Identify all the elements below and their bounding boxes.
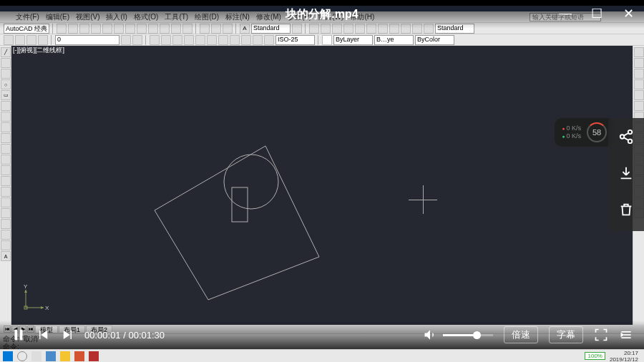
bycolor-select[interactable]: ByColor xyxy=(415,35,454,45)
svg-marker-19 xyxy=(64,331,70,339)
side-panel xyxy=(608,118,644,231)
cad-drawing xyxy=(11,46,627,325)
svg-text:X: X xyxy=(45,305,49,311)
iso-select[interactable]: ISO-25 xyxy=(275,35,315,45)
edge-icon[interactable] xyxy=(46,351,56,361)
svg-point-12 xyxy=(628,140,633,144)
video-title-bar: 块的分解.mp4 xyxy=(0,0,644,29)
tool-icon[interactable] xyxy=(184,35,194,45)
close-button[interactable]: ✕ xyxy=(620,6,637,21)
svg-rect-20 xyxy=(71,331,72,339)
download-speed: 0 K/s xyxy=(562,132,581,140)
draw-icon[interactable] xyxy=(1,208,11,218)
draw-icon[interactable] xyxy=(1,155,11,165)
draw-circle-icon[interactable]: ○ xyxy=(1,79,11,89)
tool-icon[interactable] xyxy=(218,35,228,45)
subtitle-button[interactable]: 字幕 xyxy=(549,326,583,343)
tool-icon[interactable] xyxy=(15,35,25,45)
bylayer-select[interactable]: ByLayer xyxy=(333,35,373,45)
draw-icon[interactable] xyxy=(1,122,11,132)
modify-icon[interactable] xyxy=(634,101,644,111)
draw-icon[interactable] xyxy=(1,219,11,229)
svg-marker-0 xyxy=(155,146,319,300)
next-button[interactable] xyxy=(61,328,74,341)
tool-icon[interactable] xyxy=(253,35,263,45)
tool-icon[interactable] xyxy=(150,35,160,45)
tool-icon[interactable] xyxy=(207,35,217,45)
search-icon[interactable] xyxy=(17,351,27,361)
svg-rect-16 xyxy=(20,330,23,341)
minimize-button[interactable]: — xyxy=(557,6,574,21)
modify-icon[interactable] xyxy=(634,79,644,89)
tool-icon[interactable] xyxy=(172,35,182,45)
cad-main: ╱ ○ ▭ A [-][俯视][二维线框] xyxy=(0,46,644,325)
explorer-icon[interactable] xyxy=(60,351,70,361)
draw-line-icon[interactable]: ╱ xyxy=(1,47,11,57)
tool-icon[interactable] xyxy=(195,35,205,45)
draw-icon[interactable] xyxy=(1,101,11,111)
modify-icon[interactable] xyxy=(634,47,644,57)
tool-icon[interactable] xyxy=(26,35,36,45)
fullscreen-button[interactable] xyxy=(594,328,608,342)
tool-icon[interactable] xyxy=(230,35,240,45)
tool-icon[interactable] xyxy=(38,35,48,45)
volume-control[interactable] xyxy=(423,328,493,342)
network-badge: 0 K/s 0 K/s 58 xyxy=(555,118,614,147)
svg-marker-24 xyxy=(621,333,623,336)
cad-toolbar-2: 0 ISO-25 ByLayer B…ye ByColor xyxy=(0,34,644,46)
svg-rect-2 xyxy=(232,187,248,222)
svg-marker-6 xyxy=(24,290,27,293)
draw-icon[interactable] xyxy=(1,230,11,240)
tool-icon[interactable] xyxy=(132,35,142,45)
tool-icon[interactable] xyxy=(264,35,274,45)
modify-icon[interactable] xyxy=(634,69,644,79)
modify-icon[interactable] xyxy=(634,90,644,100)
linetype-select[interactable]: B…ye xyxy=(374,35,414,45)
autocad-app-icon[interactable] xyxy=(89,351,99,361)
draw-text-icon[interactable]: A xyxy=(1,251,11,261)
prev-button[interactable] xyxy=(37,328,50,341)
modify-icon[interactable] xyxy=(634,58,644,68)
playlist-button[interactable] xyxy=(619,328,633,342)
tool-icon[interactable] xyxy=(121,35,131,45)
draw-arc-icon[interactable] xyxy=(1,69,11,79)
time-display: 00:00:01 / 00:01:30 xyxy=(84,330,165,341)
draw-icon[interactable] xyxy=(1,176,11,186)
draw-polyline-icon[interactable] xyxy=(1,58,11,68)
svg-rect-15 xyxy=(15,330,18,341)
upload-speed: 0 K/s xyxy=(562,124,581,132)
volume-icon[interactable] xyxy=(423,328,437,342)
drawing-canvas[interactable]: [-][俯视][二维线框] X Y xyxy=(11,46,633,325)
draw-icon[interactable] xyxy=(1,240,11,250)
window-controls: — ☐ ✕ xyxy=(557,6,637,21)
tool-icon[interactable] xyxy=(161,35,171,45)
start-button[interactable] xyxy=(3,351,13,361)
ppt-icon[interactable] xyxy=(74,351,84,361)
draw-icon[interactable] xyxy=(1,112,11,122)
draw-icon[interactable] xyxy=(1,187,11,197)
layer-select[interactable]: 0 xyxy=(55,35,119,45)
tool-icon[interactable] xyxy=(241,35,251,45)
speed-button[interactable]: 倍速 xyxy=(504,326,538,343)
system-clock[interactable]: 20:17 2019/12/12 xyxy=(610,350,641,363)
draw-icon[interactable] xyxy=(1,197,11,207)
download-icon[interactable] xyxy=(618,165,634,184)
draw-icon[interactable] xyxy=(1,165,11,175)
maximize-button[interactable]: ☐ xyxy=(588,6,605,21)
share-icon[interactable] xyxy=(618,129,634,147)
color-icon[interactable] xyxy=(322,35,332,45)
net-value: 58 xyxy=(587,122,607,142)
draw-icon[interactable] xyxy=(1,144,11,154)
draw-rect-icon[interactable]: ▭ xyxy=(1,90,11,100)
volume-slider[interactable] xyxy=(443,334,493,336)
taskview-icon[interactable] xyxy=(31,351,42,361)
video-controls: 00:00:01 / 00:01:30 倍速 字幕 xyxy=(0,321,644,349)
pause-button[interactable] xyxy=(11,327,26,343)
tool-icon[interactable] xyxy=(4,35,14,45)
left-toolbar: ╱ ○ ▭ A xyxy=(0,46,11,325)
video-title: 块的分解.mp4 xyxy=(286,7,358,22)
battery-badge: 100% xyxy=(585,352,605,360)
draw-icon[interactable] xyxy=(1,133,11,143)
delete-icon[interactable] xyxy=(618,202,634,220)
windows-taskbar: 100% 20:17 2019/12/12 xyxy=(0,349,644,362)
